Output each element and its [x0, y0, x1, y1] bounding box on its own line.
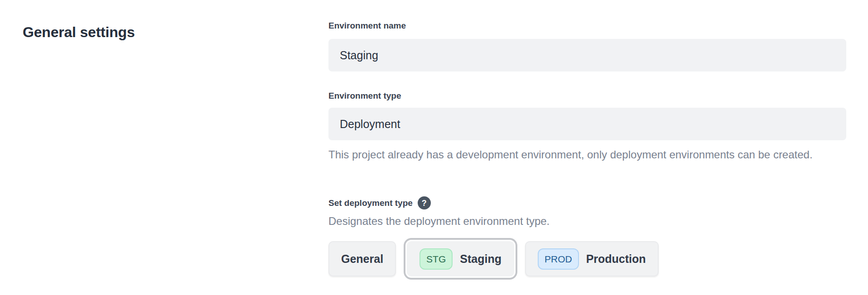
deployment-type-label-row: Set deployment type ? — [328, 196, 431, 209]
deployment-type-option-general[interactable]: General — [328, 241, 396, 276]
staging-option-label: Staging — [460, 252, 502, 266]
deployment-type-options: General STG Staging PROD Production — [328, 241, 659, 276]
production-option-label: Production — [586, 252, 646, 266]
deployment-type-description: Designates the deployment environment ty… — [328, 215, 550, 228]
environment-name-label: Environment name — [328, 21, 406, 31]
environment-type-input[interactable] — [328, 108, 846, 140]
deployment-type-option-production[interactable]: PROD Production — [525, 241, 659, 276]
deployment-type-label: Set deployment type — [328, 198, 413, 208]
environment-name-input[interactable] — [328, 39, 846, 71]
question-mark-icon[interactable]: ? — [418, 196, 431, 209]
environment-type-help-text: This project already has a development e… — [328, 145, 827, 164]
page-title: General settings — [23, 24, 135, 41]
environment-type-label: Environment type — [328, 91, 401, 101]
prod-badge: PROD — [538, 248, 579, 270]
stg-badge: STG — [420, 248, 453, 270]
deployment-type-option-staging[interactable]: STG Staging — [407, 241, 514, 276]
general-option-label: General — [341, 252, 383, 266]
